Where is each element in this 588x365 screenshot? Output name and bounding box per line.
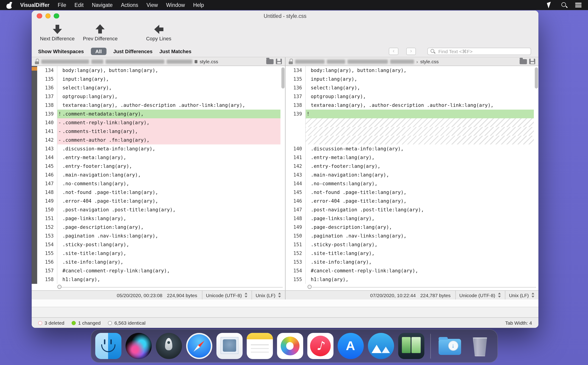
mail-dock-icon[interactable] [216, 333, 242, 359]
left-file-name[interactable]: style.css [200, 59, 218, 64]
diff-line-same[interactable]: 158h1:lang(ary), [37, 275, 280, 284]
diff-line-same[interactable]: 135input:lang(ary), [37, 75, 280, 84]
diff-line-same[interactable]: 147.no-comments:lang(ary), [37, 179, 280, 188]
search-input[interactable] [437, 48, 528, 55]
segment-just-matches[interactable]: Just Matches [159, 49, 191, 54]
line-ending-select[interactable]: Unix (LF) [505, 291, 538, 299]
diff-line-same[interactable]: 145.not-found .page-title:lang(ary), [286, 188, 534, 197]
safari-dock-icon[interactable] [186, 333, 212, 359]
music-dock-icon[interactable] [307, 333, 333, 359]
diff-line-changed[interactable]: 139!.comment-metadata:lang(ary), [37, 110, 280, 118]
menu-item-file[interactable]: File [57, 2, 66, 8]
horizontal-scrollbar-thumb[interactable] [57, 285, 62, 289]
find-next-button[interactable]: › [406, 48, 416, 55]
diff-line-same[interactable]: 150.pagination .nav-links:lang(ary), [286, 232, 534, 240]
siri-dock-icon[interactable] [125, 333, 151, 359]
lock-icon[interactable] [289, 59, 293, 64]
left-code-column[interactable]: 134body:lang(ary), button:lang(ary),135i… [37, 66, 280, 284]
show-whitespaces-button[interactable]: Show Whitespaces [38, 49, 84, 54]
diff-line-same[interactable]: 144.no-comments:lang(ary), [286, 179, 534, 188]
diff-line-same[interactable]: 137optgroup:lang(ary), [286, 92, 534, 101]
diff-line-same[interactable]: 154#cancel-comment-reply-link:lang(ary), [286, 267, 534, 275]
vertical-scrollbar-thumb[interactable] [535, 67, 538, 89]
diff-line-same[interactable]: 142.entry-footer:lang(ary), [286, 162, 534, 171]
right-code-column[interactable]: 134body:lang(ary), button:lang(ary),135i… [286, 66, 534, 284]
minimize-button[interactable] [45, 13, 50, 19]
lock-icon[interactable] [35, 59, 39, 64]
diff-line-same[interactable]: 148.not-found .page-title:lang(ary), [37, 188, 280, 197]
find-text-field[interactable] [427, 48, 531, 55]
diff-line-same[interactable]: 138textarea:lang(ary), .author-descripti… [37, 101, 280, 110]
next-difference-button[interactable]: Next Difference [40, 24, 75, 41]
finder-dock-icon[interactable] [95, 333, 121, 359]
segment-all[interactable]: All [91, 48, 106, 55]
diff-line-same[interactable]: 138textarea:lang(ary), .author-descripti… [286, 101, 534, 110]
left-vertical-scrollbar[interactable] [280, 66, 285, 284]
vertical-scrollbar-thumb[interactable] [281, 67, 284, 89]
diff-line-same[interactable]: 151.page-links:lang(ary), [37, 214, 280, 223]
diff-line-same[interactable]: 155h1:lang(ary), [286, 275, 534, 284]
diff-line-same[interactable]: 151.sticky-post:lang(ary), [286, 240, 534, 249]
diff-line-same[interactable]: 154.sticky-post:lang(ary), [37, 240, 280, 249]
encoding-select[interactable]: Unicode (UTF-8) [455, 291, 505, 299]
diff-line-same[interactable]: 149.error-404 .page-title:lang(ary), [37, 197, 280, 205]
apple-menu-icon[interactable] [7, 2, 12, 8]
diff-line-same[interactable]: 153.pagination .nav-links:lang(ary), [37, 232, 280, 240]
copy-lines-button[interactable]: Copy Lines [146, 24, 171, 41]
save-button[interactable] [529, 59, 535, 64]
left-horizontal-scrollbar[interactable] [32, 284, 285, 290]
diff-line-gap[interactable] [286, 127, 534, 136]
downloads-dock-icon[interactable] [437, 333, 463, 359]
diff-line-same[interactable]: 143.discussion-meta-info:lang(ary), [37, 144, 280, 153]
photos-dock-icon[interactable] [277, 333, 303, 359]
menu-item-edit[interactable]: Edit [74, 2, 84, 8]
find-previous-button[interactable]: ‹ [389, 48, 398, 55]
diff-line-same[interactable]: 145.entry-footer:lang(ary), [37, 162, 280, 171]
menu-item-actions[interactable]: Actions [121, 2, 138, 8]
right-file-name[interactable]: style.css [420, 59, 439, 64]
diff-line-same[interactable]: 134body:lang(ary), button:lang(ary), [286, 66, 534, 75]
menu-app-name[interactable]: VisualDiffer [20, 2, 49, 8]
diff-line-same[interactable]: 152.page-description:lang(ary), [37, 223, 280, 232]
menu-item-view[interactable]: View [146, 2, 158, 8]
menu-item-help[interactable]: Help [193, 2, 204, 8]
diff-line-same[interactable]: 137optgroup:lang(ary), [37, 92, 280, 101]
line-ending-select[interactable]: Unix (LF) [251, 291, 285, 299]
diff-line-same[interactable]: 144.entry-meta:lang(ary), [37, 153, 280, 162]
right-horizontal-scrollbar[interactable] [285, 284, 538, 290]
list-icon[interactable] [575, 2, 581, 8]
horizontal-scrollbar-thumb[interactable] [308, 285, 312, 289]
reveal-folder-button[interactable] [266, 59, 273, 64]
diff-line-same[interactable]: 136select:lang(ary), [286, 84, 534, 92]
diff-line-deleted[interactable]: 142-.comment-author .fn:lang(ary), [37, 136, 280, 144]
reveal-folder-button[interactable] [520, 59, 527, 64]
diff-line-same[interactable]: 146.main-navigation:lang(ary), [37, 171, 280, 179]
diff-line-deleted[interactable]: 141-.comments-title:lang(ary), [37, 127, 280, 136]
diff-line-same[interactable]: 146.error-404 .page-title:lang(ary), [286, 197, 534, 205]
encoding-select[interactable]: Unicode (UTF-8) [202, 291, 251, 299]
diff-line-changed[interactable]: 139! [286, 110, 534, 118]
menu-item-window[interactable]: Window [166, 2, 185, 8]
notes-dock-icon[interactable] [246, 333, 273, 359]
diff-line-same[interactable]: 134body:lang(ary), button:lang(ary), [37, 66, 280, 75]
diff-line-same[interactable]: 155.site-title:lang(ary), [37, 249, 280, 258]
diff-line-same[interactable]: 141.entry-meta:lang(ary), [286, 153, 534, 162]
diff-line-same[interactable]: 153.site-info:lang(ary), [286, 258, 534, 267]
diff-line-same[interactable]: 150.post-navigation .post-title:lang(ary… [37, 205, 280, 214]
mountains-dock-icon[interactable] [368, 333, 394, 359]
spotlight-search-icon[interactable] [561, 2, 567, 8]
menu-item-navigate[interactable]: Navigate [92, 2, 113, 8]
diff-line-same[interactable]: 152.site-title:lang(ary), [286, 249, 534, 258]
launchpad-dock-icon[interactable] [156, 333, 182, 359]
diff-line-same[interactable]: 156.site-info:lang(ary), [37, 258, 280, 267]
diff-line-same[interactable]: 149.page-description:lang(ary), [286, 223, 534, 232]
diff-line-gap[interactable] [286, 118, 534, 127]
diff-line-same[interactable]: 136select:lang(ary), [37, 84, 280, 92]
prev-difference-button[interactable]: Prev Difference [83, 24, 117, 41]
diff-line-same[interactable]: 143.main-navigation:lang(ary), [286, 171, 534, 179]
segment-just-differences[interactable]: Just Differences [113, 49, 152, 54]
diff-line-same[interactable]: 140.discussion-meta-info:lang(ary), [286, 144, 534, 153]
save-button[interactable] [276, 59, 282, 64]
diff-line-same[interactable]: 148.page-links:lang(ary), [286, 214, 534, 223]
diff-line-same[interactable]: 135input:lang(ary), [286, 75, 534, 84]
